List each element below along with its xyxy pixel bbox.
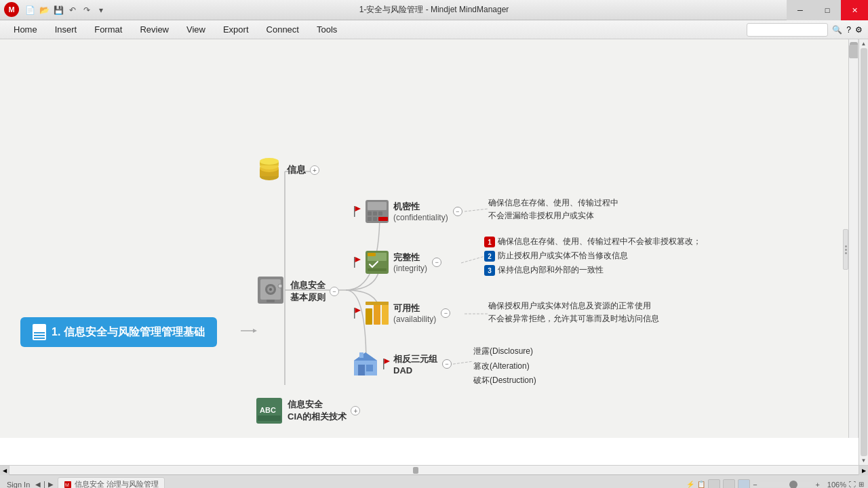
- zoom-level: 106%: [822, 481, 846, 489]
- minimize-button[interactable]: ─: [787, 0, 814, 20]
- sec-node: 信息安全 基本原则 −: [256, 275, 339, 308]
- int-collapse-button[interactable]: −: [432, 258, 441, 267]
- view-btn3[interactable]: [738, 479, 750, 489]
- flag-icon-int: [353, 257, 361, 268]
- nav-next-btn[interactable]: ▶: [48, 481, 54, 488]
- menu-insert[interactable]: Insert: [47, 22, 85, 37]
- svg-rect-36: [368, 217, 372, 221]
- task-icon[interactable]: 📋: [697, 481, 705, 488]
- availability-node: 可用性 (availability) −: [353, 300, 450, 326]
- conf-label: 机密性 (confidentiality): [393, 201, 448, 222]
- save-button[interactable]: 💾: [52, 4, 64, 16]
- conf-icon: [364, 199, 390, 224]
- settings-icon[interactable]: ⚙: [855, 25, 863, 35]
- info-expand-button[interactable]: +: [310, 165, 319, 175]
- right-scrollbar[interactable]: [848, 39, 858, 438]
- svg-marker-30: [355, 206, 361, 211]
- cia-label: 信息安全 CIA的相关技术: [288, 399, 347, 423]
- svg-text:M: M: [65, 483, 69, 487]
- coins-icon: [254, 156, 283, 184]
- map-tab[interactable]: M 信息安全 治理与风险管理: [58, 477, 165, 488]
- dad-collapse-button[interactable]: −: [442, 359, 452, 369]
- svg-rect-52: [358, 365, 365, 375]
- menu-home[interactable]: Home: [5, 22, 45, 37]
- search-icon[interactable]: 🔍: [832, 25, 842, 35]
- close-button[interactable]: ✕: [841, 0, 868, 20]
- tab-icon: M: [64, 481, 72, 489]
- avail-collapse-button[interactable]: −: [441, 308, 450, 318]
- svg-rect-44: [368, 268, 387, 271]
- menu-view[interactable]: View: [178, 22, 214, 37]
- svg-rect-45: [354, 308, 355, 319]
- sec-collapse-button[interactable]: −: [330, 287, 339, 296]
- undo-icon[interactable]: ↶: [66, 4, 79, 16]
- zoom-slider[interactable]: [760, 482, 814, 487]
- fullscreen-btn[interactable]: ⛶: [849, 481, 856, 488]
- scroll-left-btn[interactable]: ◀: [0, 466, 9, 475]
- bottom-left-controls: Sign In ◀ | ▶: [4, 479, 54, 489]
- new-button[interactable]: 📄: [24, 4, 36, 16]
- vertical-scrollbar[interactable]: ▲ ▼: [859, 39, 868, 465]
- nav-prev-btn[interactable]: ◀: [35, 481, 41, 488]
- svg-rect-43: [368, 253, 376, 256]
- more-icon[interactable]: ▾: [95, 4, 107, 16]
- svg-rect-20: [267, 300, 275, 302]
- flag-icon-conf: [353, 206, 361, 217]
- abc-icon: ABC: [255, 396, 283, 425]
- menu-connect[interactable]: Connect: [258, 22, 307, 37]
- menu-tools[interactable]: Tools: [309, 22, 345, 37]
- svg-marker-8: [253, 329, 257, 333]
- zoom-thumb[interactable]: [789, 481, 797, 489]
- view-btn1[interactable]: [708, 479, 720, 489]
- dad-icon: [353, 351, 378, 377]
- menu-review[interactable]: Review: [132, 22, 177, 37]
- svg-point-21: [278, 284, 282, 288]
- svg-rect-24: [258, 415, 281, 421]
- cia-expand-button[interactable]: +: [351, 406, 360, 415]
- hscroll-track[interactable]: [9, 466, 859, 474]
- menu-export[interactable]: Export: [215, 22, 257, 37]
- open-button[interactable]: 📂: [38, 4, 50, 16]
- scroll-right-btn[interactable]: ▶: [859, 466, 868, 475]
- tab-label: 信息安全 治理与风险管理: [75, 479, 159, 488]
- svg-rect-47: [366, 308, 372, 325]
- maximize-button[interactable]: □: [814, 0, 841, 20]
- svg-marker-54: [354, 352, 377, 361]
- sign-in-button[interactable]: Sign In: [4, 479, 33, 489]
- flag-icon-avail: [353, 308, 361, 319]
- conf-collapse-button[interactable]: −: [453, 207, 462, 216]
- search-input[interactable]: [747, 23, 828, 37]
- help-icon[interactable]: ?: [846, 25, 851, 35]
- int-label: 完整性 (integrity): [393, 251, 427, 273]
- info-label: 信息: [287, 164, 306, 176]
- filter-icon[interactable]: ⚡: [686, 481, 694, 488]
- app-logo: M: [4, 2, 19, 17]
- svg-text:ABC: ABC: [260, 406, 276, 414]
- dad-detail: 泄露(Disclosure) 篡改(Alteration) 破坏(Destruc…: [473, 344, 536, 388]
- svg-rect-34: [373, 211, 377, 216]
- num1-badge: 1: [484, 237, 495, 247]
- menu-bar: Home Insert Format Review View Export Co…: [0, 20, 868, 39]
- availability-icon: [364, 300, 390, 326]
- zoom-out-btn[interactable]: −: [753, 481, 757, 489]
- redo-icon[interactable]: ↷: [81, 4, 93, 16]
- highlight-node[interactable]: 1. 信息安全与风险管理管理基础: [20, 317, 217, 347]
- arrow-connector: [241, 324, 258, 338]
- window-btn[interactable]: ⊞: [859, 481, 864, 488]
- scroll-down-btn[interactable]: ▼: [861, 458, 867, 464]
- svg-point-19: [269, 288, 272, 291]
- scroll-thumb[interactable]: [861, 48, 867, 456]
- panel-separator[interactable]: [843, 229, 848, 270]
- mindmap-canvas: 1. 信息安全与风险管理管理基础 信息 +: [0, 39, 859, 438]
- safe-icon: [256, 275, 286, 308]
- scroll-up-btn[interactable]: ▲: [861, 41, 867, 47]
- quick-access-toolbar: 📄 📂 💾 ↶ ↷ ▾: [24, 4, 107, 16]
- svg-rect-33: [368, 211, 372, 216]
- menu-format[interactable]: Format: [86, 22, 130, 37]
- avail-detail: 确保授权用户或实体对信息及资源的正常使用 不会被异常拒绝，允许其可靠而及时地访问…: [488, 300, 659, 325]
- svg-rect-55: [359, 352, 363, 358]
- zoom-in-btn[interactable]: +: [816, 481, 820, 489]
- nav-indicator: |: [43, 481, 45, 488]
- svg-line-6: [449, 361, 473, 365]
- view-btn2[interactable]: [723, 479, 735, 489]
